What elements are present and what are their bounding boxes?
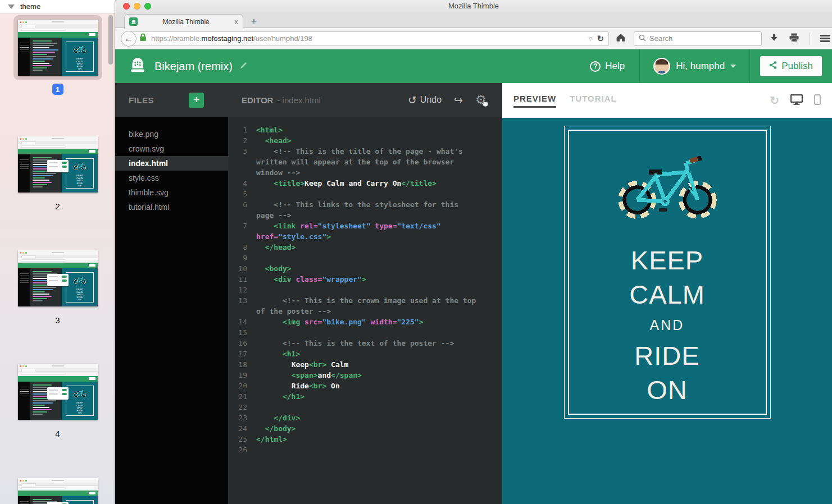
browser-tab[interactable]: Mozilla Thimble x (124, 14, 243, 29)
code-line[interactable]: 13 <!-- This is the crown image used at … (228, 295, 502, 317)
hand-cursor-pointer (480, 98, 489, 109)
tab-title: Mozilla Thimble (142, 18, 230, 26)
code-line[interactable]: 8 </head> (228, 242, 502, 253)
file-item[interactable]: tutorial.html (115, 200, 228, 214)
publish-button[interactable]: Publish (760, 56, 822, 76)
file-item[interactable]: thimble.svg (115, 185, 228, 200)
file-item[interactable]: index.html (115, 156, 228, 171)
code-line[interactable]: 12 (228, 285, 502, 295)
code-line[interactable]: 20 Ride<br> On (228, 381, 502, 391)
code-line[interactable]: 19 <span>and</span> (228, 370, 502, 381)
file-item[interactable]: bike.png (115, 127, 228, 141)
code-line[interactable]: 5 (228, 189, 502, 199)
thumbnail-image[interactable]: KEEPCALMANDRIDEON (18, 20, 98, 76)
code-line[interactable]: 22 (228, 402, 502, 413)
disclosure-triangle-icon[interactable] (8, 4, 15, 9)
thumbnail-image[interactable]: KEEPCALMANDRIDEON (18, 250, 98, 306)
thumbnail-item[interactable]: KEEPCALMANDRIDEON3 (13, 246, 102, 325)
settings-button[interactable]: ⚙ (475, 93, 489, 107)
code-line[interactable]: 11 <div class="wrapper"> (228, 274, 502, 285)
code-line[interactable]: 23 </div> (228, 413, 502, 423)
file-item[interactable]: style.css (115, 171, 228, 185)
close-window-button[interactable] (123, 3, 130, 10)
preview-sidebar: theme KEEPCALMANDRIDEON1 KEEPCALMANDRI (0, 0, 115, 504)
menu-button[interactable] (820, 34, 830, 44)
code-text: </html> (256, 434, 287, 445)
sidebar-header[interactable]: theme (0, 0, 115, 13)
code-line[interactable]: 6 <!-- This links to the stylesheet for … (228, 199, 502, 221)
thumbnail-badge: 1 (52, 84, 63, 95)
refresh-preview-button[interactable]: ↻ (770, 94, 779, 107)
code-line[interactable]: 9 (228, 253, 502, 263)
line-number: 17 (228, 349, 256, 359)
line-number: 12 (228, 285, 256, 295)
code-line[interactable]: 26 (228, 445, 502, 455)
line-number: 15 (228, 327, 256, 338)
code-line[interactable]: 15 (228, 327, 502, 338)
code-line[interactable]: 24 </body> (228, 423, 502, 434)
code-line[interactable]: 21 </h1> (228, 391, 502, 402)
line-number: 4 (228, 178, 256, 189)
line-number: 20 (228, 381, 256, 391)
code-text: <img src="bike.png" width="225"> (256, 317, 423, 327)
thumbnail-image[interactable]: KEEPCALMANDRIDEON (18, 478, 98, 504)
code-line[interactable]: 25</html> (228, 434, 502, 445)
code-line[interactable]: 2 <head> (228, 135, 502, 146)
code-line[interactable]: 17 <h1> (228, 349, 502, 359)
undo-button[interactable]: ↺Undo (408, 94, 442, 107)
code-line[interactable]: 7 <link rel="stylesheet" type="text/css"… (228, 221, 502, 242)
code-line[interactable]: 14 <img src="bike.png" width="225"> (228, 317, 502, 327)
thumbnail-popup (47, 160, 69, 172)
poster-heading: KEEPCALMANDRIDEON (569, 243, 766, 407)
edit-title-icon[interactable] (239, 61, 248, 72)
back-button[interactable]: ← (121, 31, 137, 47)
toolbar-separator (810, 33, 810, 45)
add-file-button[interactable]: + (189, 93, 204, 108)
thimble-favicon-icon (129, 17, 138, 26)
scrollbar[interactable] (108, 15, 113, 65)
code-area[interactable]: 1<html>2 <head>3 <!-- This is the title … (228, 117, 502, 455)
new-tab-button[interactable]: + (251, 16, 257, 27)
window-title: Mozilla Thimble (115, 0, 832, 12)
thumbnail-image[interactable]: KEEPCALMANDRIDEON (18, 136, 98, 193)
code-line[interactable]: 10 <body> (228, 263, 502, 274)
code-text: <title>Keep Calm and Carry On</title> (256, 178, 437, 189)
thumbnail-number: 2 (55, 201, 60, 211)
code-line[interactable]: 18 Keep<br> Calm (228, 359, 502, 370)
tab-preview[interactable]: PREVIEW (513, 94, 556, 108)
code-line[interactable]: 3 <!-- This is the title of the page - w… (228, 146, 502, 178)
line-number: 18 (228, 359, 256, 370)
tab-tutorial[interactable]: TUTORIAL (570, 94, 617, 108)
reload-button[interactable]: ↻ (597, 34, 604, 44)
url-dropdown-icon[interactable]: ▽ (589, 36, 593, 42)
preview-content[interactable]: KEEPCALMANDRIDEON (502, 118, 832, 504)
thumbnail-item[interactable]: KEEPCALMANDRIDEON4 (13, 359, 102, 438)
help-button[interactable]: ? Help (575, 49, 639, 83)
desktop-view-button[interactable] (790, 94, 803, 107)
tab-close-icon[interactable]: x (234, 18, 238, 26)
user-menu[interactable]: Hi, humphd (640, 49, 749, 83)
thumbnail-item[interactable]: KEEPCALMANDRIDEON2 (13, 132, 102, 211)
download-icon[interactable] (770, 33, 779, 44)
code-line[interactable]: 4 <title>Keep Calm and Carry On</title> (228, 178, 502, 189)
print-button[interactable] (789, 33, 799, 44)
search-box (634, 31, 762, 46)
theme-label: theme (20, 2, 40, 11)
code-text: <div class="wrapper"> (256, 274, 366, 285)
thumbnail-item[interactable]: KEEPCALMANDRIDEON5 (13, 474, 102, 504)
code-line[interactable]: 16 <!-- This is the text of the poster -… (228, 338, 502, 349)
url-bar[interactable]: https://bramble.mofostaging.net/user/hum… (129, 31, 609, 46)
search-input[interactable] (649, 34, 757, 43)
redo-button[interactable]: ↪ (454, 94, 463, 107)
file-item[interactable]: crown.svg (115, 141, 228, 156)
thumbnail-item[interactable]: KEEPCALMANDRIDEON1 (13, 15, 102, 95)
code-text: <link rel="stylesheet" type="text/css" h… (256, 221, 479, 242)
zoom-window-button[interactable] (144, 3, 151, 10)
minimize-window-button[interactable] (134, 3, 140, 10)
home-button[interactable] (616, 33, 626, 44)
thumbnail-image[interactable]: KEEPCALMANDRIDEON (18, 364, 98, 420)
mobile-view-button[interactable] (814, 94, 821, 107)
navbar: ← https://bramble.mofostaging.net/user/h… (115, 28, 832, 49)
code-text: </body> (256, 423, 295, 434)
code-line[interactable]: 1<html> (228, 125, 502, 135)
